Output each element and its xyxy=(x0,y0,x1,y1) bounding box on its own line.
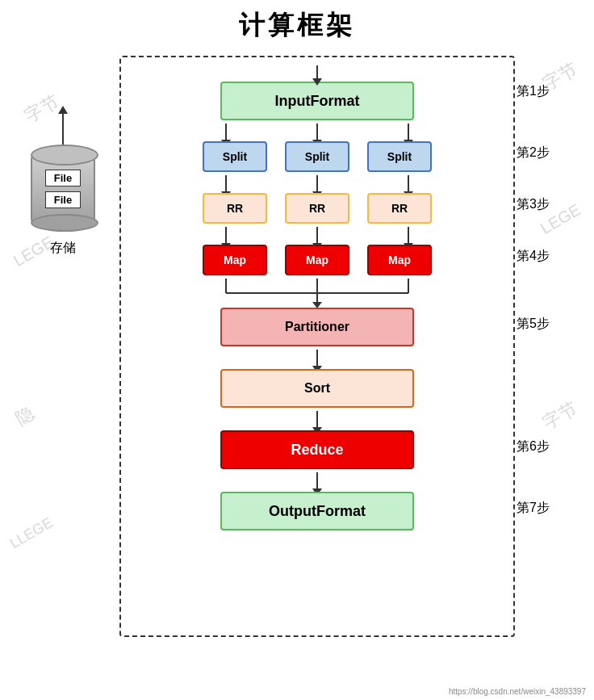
file-box-2: File xyxy=(45,191,81,208)
step5-label: 第5步 xyxy=(517,316,550,333)
file-box-1: File xyxy=(45,170,81,187)
rr-box-2: RR xyxy=(285,193,349,224)
main-layout: File File 存储 InputFormat 第1步 xyxy=(23,56,571,637)
reduce-box: Reduce xyxy=(220,430,414,469)
split-box-1: Split xyxy=(203,141,267,172)
storage-section: File File 存储 xyxy=(23,104,103,257)
arrows-to-rr xyxy=(180,175,454,193)
storage-cylinder: File File xyxy=(31,153,95,225)
arrows-to-splits xyxy=(180,124,454,141)
arrow-to-sort xyxy=(316,350,318,367)
rr-box-3: RR xyxy=(367,193,432,224)
arrow-split-2 xyxy=(316,124,318,141)
sort-box: Sort xyxy=(220,369,414,408)
split-box-2: Split xyxy=(285,141,349,172)
map-box-3: Map xyxy=(367,245,432,275)
url-label: https://blog.csdn.net/weixin_43893397 xyxy=(449,687,586,696)
outputformat-box: OutputFormat xyxy=(220,492,414,530)
storage-label: 存储 xyxy=(50,240,76,257)
partitioner-box: Partitioner xyxy=(220,308,414,346)
arrow-rr-2 xyxy=(316,175,318,193)
converge-svg xyxy=(180,279,454,308)
inputformat-box: InputFormat xyxy=(220,82,414,120)
split-row: Split Split Split xyxy=(203,141,432,172)
split-box-3: Split xyxy=(367,141,432,172)
arrow-to-reduce xyxy=(316,411,318,429)
step1-label: 第1步 xyxy=(517,83,550,100)
arrow-rr-3 xyxy=(408,175,409,193)
arrow-split-3 xyxy=(408,124,409,141)
step2-label: 第2步 xyxy=(517,145,550,161)
page-title: 计算框架 xyxy=(239,8,355,44)
map-box-1: Map xyxy=(203,245,267,275)
arrows-to-map xyxy=(180,227,454,245)
rr-box-1: RR xyxy=(203,193,267,224)
framework-box: InputFormat 第1步 Split Split Split 第2步 xyxy=(119,56,515,637)
svg-marker-6 xyxy=(312,302,322,308)
arrow-rr-1 xyxy=(225,175,227,193)
arrow-map-3 xyxy=(408,227,409,245)
converge-arrows xyxy=(180,279,454,308)
arrow-to-output xyxy=(316,472,318,490)
map-row: Map Map Map xyxy=(203,245,432,275)
map-box-2: Map xyxy=(285,245,349,275)
arrow-map-2 xyxy=(316,227,318,245)
step3-label: 第3步 xyxy=(517,196,550,213)
page-container: 计算框架 File File 存储 InputFormat 第1步 xyxy=(0,0,594,700)
step7-label: 第7步 xyxy=(517,500,550,517)
arrow-split-1 xyxy=(225,124,227,141)
step6-label: 第6步 xyxy=(517,438,550,455)
rr-row: RR RR RR xyxy=(203,193,432,224)
arrow-to-inputformat xyxy=(316,65,318,80)
step4-label: 第4步 xyxy=(517,248,550,265)
arrow-map-1 xyxy=(225,227,227,245)
